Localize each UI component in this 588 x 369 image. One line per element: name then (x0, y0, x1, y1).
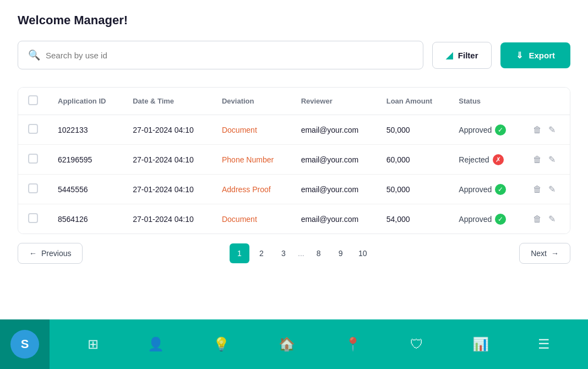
download-icon: ⇓ (516, 50, 523, 61)
toolbar: 🔍 ◢ Filter ⇓ Export (18, 41, 570, 69)
nav-avatar-section: S (0, 319, 50, 369)
cell-loan-amount: 50,000 (377, 115, 449, 145)
data-table: Application ID Date & Time Deviation Rev… (18, 87, 570, 234)
cell-datetime: 27-01-2024 04:10 (123, 115, 212, 145)
user-icon[interactable]: 👤 (148, 337, 164, 352)
next-arrow-icon: → (551, 249, 559, 258)
cell-status: Approved ✓ (449, 115, 523, 145)
cell-datetime: 27-01-2024 04:10 (123, 204, 212, 234)
delete-icon[interactable]: 🗑 (533, 214, 542, 224)
status-icon: ✓ (495, 214, 506, 225)
menu-icon[interactable]: ☰ (538, 337, 550, 352)
pagination: ← Previous 123...8910 Next → (18, 234, 570, 266)
cell-actions: 🗑 ✎ (523, 145, 570, 175)
delete-icon[interactable]: 🗑 (533, 184, 542, 194)
cell-reviewer: email@your.com (291, 145, 377, 175)
previous-button[interactable]: ← Previous (18, 243, 83, 264)
bulb-icon[interactable]: 💡 (213, 337, 230, 352)
edit-icon[interactable]: ✎ (548, 184, 556, 194)
page-number-2[interactable]: 2 (252, 243, 271, 263)
delete-icon[interactable]: 🗑 (533, 155, 542, 165)
cell-status: Approved ✓ (449, 204, 523, 234)
next-label: Next (531, 249, 547, 258)
export-button[interactable]: ⇓ Export (500, 42, 570, 68)
table-row: 8564126 27-01-2024 04:10 Document email@… (18, 204, 570, 234)
status-icon: ✗ (493, 154, 504, 165)
dashboard-icon[interactable]: ⊞ (88, 337, 99, 352)
filter-icon: ◢ (446, 50, 453, 61)
edit-icon[interactable]: ✎ (548, 124, 556, 135)
export-label: Export (529, 51, 555, 60)
cell-loan-amount: 50,000 (377, 175, 449, 204)
prev-label: Previous (41, 249, 71, 258)
cell-loan-amount: 60,000 (377, 145, 449, 175)
page-number-10[interactable]: 10 (353, 243, 373, 263)
page-number-3[interactable]: 3 (274, 243, 293, 263)
welcome-title: Welcome Manager! (18, 13, 570, 28)
row-checkbox[interactable] (28, 213, 38, 223)
cell-status: Rejected ✗ (449, 145, 523, 175)
location-icon[interactable]: 📍 (345, 337, 361, 352)
shield-icon[interactable]: 🛡 (410, 337, 423, 352)
avatar-letter: S (21, 337, 29, 351)
select-all-checkbox[interactable] (28, 95, 38, 105)
row-checkbox[interactable] (28, 124, 38, 134)
row-checkbox-cell (18, 204, 48, 234)
bottom-navigation: S ⊞👤💡🏠📍🛡📊☰ (0, 319, 588, 369)
cell-deviation[interactable]: Address Proof (212, 175, 291, 204)
filter-label: Filter (458, 51, 478, 60)
col-deviation: Deviation (212, 88, 291, 115)
cell-loan-amount: 54,000 (377, 204, 449, 234)
home-icon[interactable]: 🏠 (279, 337, 295, 352)
header-checkbox-col (18, 88, 48, 115)
cell-application-id: 5445556 (48, 175, 123, 204)
row-checkbox-cell (18, 115, 48, 145)
page-numbers: 123...8910 (230, 243, 373, 263)
col-application-id: Application ID (48, 88, 123, 115)
col-actions (523, 88, 570, 115)
status-icon: ✓ (495, 124, 506, 135)
cell-deviation[interactable]: Document (212, 115, 291, 145)
cell-deviation[interactable]: Document (212, 204, 291, 234)
cell-datetime: 27-01-2024 04:10 (123, 145, 212, 175)
col-status: Status (449, 88, 523, 115)
page-ellipsis: ... (296, 249, 307, 258)
cell-actions: 🗑 ✎ (523, 175, 570, 204)
nav-icons-container: ⊞👤💡🏠📍🛡📊☰ (50, 337, 588, 352)
table-row: 1022133 27-01-2024 04:10 Document email@… (18, 115, 570, 145)
avatar[interactable]: S (10, 330, 39, 359)
search-icon: 🔍 (28, 49, 40, 61)
chart-icon[interactable]: 📊 (472, 337, 489, 352)
table-row: 5445556 27-01-2024 04:10 Address Proof e… (18, 175, 570, 204)
delete-icon[interactable]: 🗑 (533, 125, 542, 135)
search-input[interactable] (46, 51, 413, 60)
cell-deviation[interactable]: Phone Number (212, 145, 291, 175)
cell-reviewer: email@your.com (291, 204, 377, 234)
row-checkbox-cell (18, 145, 48, 175)
row-checkbox[interactable] (28, 154, 38, 164)
filter-button[interactable]: ◢ Filter (432, 42, 492, 69)
cell-reviewer: email@your.com (291, 175, 377, 204)
prev-arrow-icon: ← (29, 249, 37, 258)
col-reviewer: Reviewer (291, 88, 377, 115)
page-number-9[interactable]: 9 (331, 243, 351, 263)
row-checkbox[interactable] (28, 183, 38, 193)
table-row: 62196595 27-01-2024 04:10 Phone Number e… (18, 145, 570, 175)
page-number-8[interactable]: 8 (309, 243, 329, 263)
cell-reviewer: email@your.com (291, 115, 377, 145)
cell-actions: 🗑 ✎ (523, 115, 570, 145)
status-icon: ✓ (495, 184, 506, 195)
table-header-row: Application ID Date & Time Deviation Rev… (18, 88, 570, 115)
col-datetime: Date & Time (123, 88, 212, 115)
col-loan-amount: Loan Amount (377, 88, 449, 115)
cell-datetime: 27-01-2024 04:10 (123, 175, 212, 204)
edit-icon[interactable]: ✎ (548, 214, 556, 224)
row-checkbox-cell (18, 175, 48, 204)
cell-actions: 🗑 ✎ (523, 204, 570, 234)
edit-icon[interactable]: ✎ (548, 154, 556, 165)
cell-status: Approved ✓ (449, 175, 523, 204)
next-button[interactable]: Next → (519, 243, 570, 264)
page-number-1[interactable]: 1 (230, 243, 249, 263)
cell-application-id: 62196595 (48, 145, 123, 175)
cell-application-id: 1022133 (48, 115, 123, 145)
